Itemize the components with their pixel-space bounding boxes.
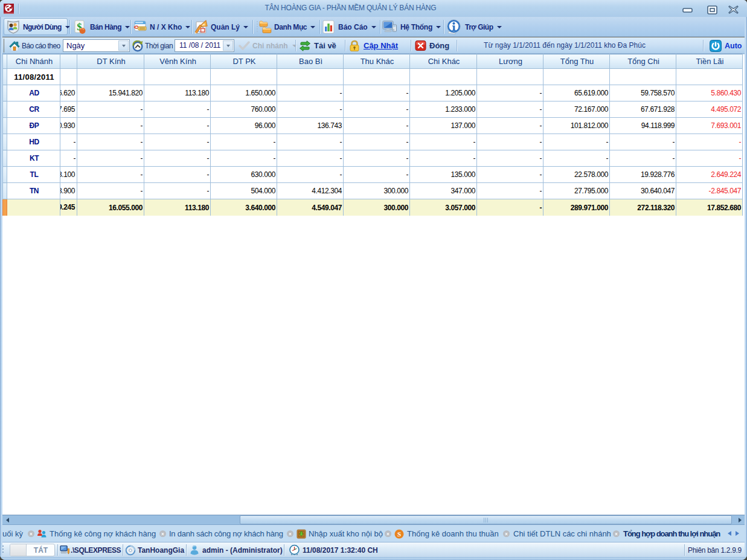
svg-text:S: S [397,530,401,538]
